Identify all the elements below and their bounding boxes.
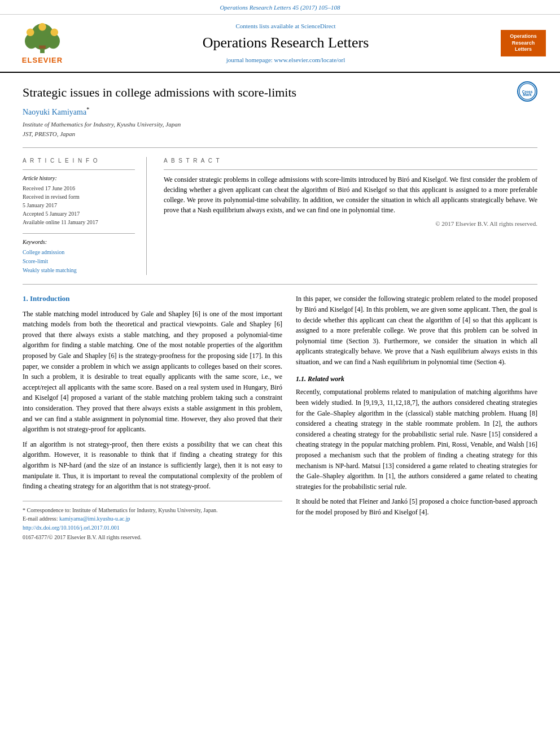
sciencedirect-link-text[interactable]: ScienceDirect xyxy=(301,23,336,29)
author-name: Naoyuki Kamiyama* xyxy=(23,106,537,117)
right-para-3: It should be noted that Fleiner and Jank… xyxy=(296,496,537,517)
accepted-date: Accepted 5 January 2017 xyxy=(23,209,135,218)
crossmark[interactable]: Cross Mark xyxy=(517,81,537,102)
article-info: A R T I C L E I N F O Article history: R… xyxy=(23,157,147,275)
sciencedirect-link: Contents lists available at ScienceDirec… xyxy=(73,22,498,30)
received-revised-label: Received in revised form xyxy=(23,193,135,201)
journal-homepage: journal homepage: www.elsevier.com/locat… xyxy=(73,56,498,64)
keywords-title: Keywords: xyxy=(23,238,135,246)
keywords-divider xyxy=(23,233,135,234)
journal-citation-bar: Operations Research Letters 45 (2017) 10… xyxy=(0,0,560,15)
intro-para-2: If an algorithm is not strategy-proof, t… xyxy=(23,439,282,492)
journal-header: ELSEVIER Contents lists available at Sci… xyxy=(0,15,560,72)
received-date: Received 17 June 2016 xyxy=(23,184,135,193)
keyword-1: College admission xyxy=(23,248,135,257)
homepage-link[interactable]: www.elsevier.com/locate/orl xyxy=(274,56,345,63)
footnote-symbol: * xyxy=(23,507,25,513)
journal-name: Operations Research Letters xyxy=(73,33,498,53)
sciencedirect-pre: Contents lists available at xyxy=(235,23,300,29)
related-work-heading: 1.1. Related work xyxy=(296,374,537,384)
main-body: 1. Introduction The stable matching mode… xyxy=(23,294,537,541)
separator-1 xyxy=(23,147,537,148)
intro-para-1: The stable matching model introduced by … xyxy=(23,309,282,435)
abstract-block: A B S T R A C T We consider strategic pr… xyxy=(164,157,537,275)
keyword-3: Weakly stable matching xyxy=(23,266,135,275)
footnote-text: Correspondence to: Institute of Mathemat… xyxy=(27,507,218,513)
info-abstract-block: A R T I C L E I N F O Article history: R… xyxy=(23,157,537,275)
abstract-label: A B S T R A C T xyxy=(164,157,537,165)
elsevier-brand-label: ELSEVIER xyxy=(22,55,63,65)
logo-line2: Research xyxy=(512,40,535,46)
right-para-2: Recently, computational problems related… xyxy=(296,387,537,492)
article-history: Article history: Received 17 June 2016 R… xyxy=(23,174,135,226)
svg-point-4 xyxy=(27,29,34,37)
homepage-pre: journal homepage: xyxy=(226,56,274,63)
journal-logo-right: Operations Research Letters xyxy=(498,30,549,56)
journal-title-block: Contents lists available at ScienceDirec… xyxy=(73,22,498,64)
article-info-label: A R T I C L E I N F O xyxy=(23,157,135,165)
copyright: © 2017 Elsevier B.V. All rights reserved… xyxy=(164,220,537,228)
elsevier-tree-icon xyxy=(20,20,65,54)
author-name-text: Naoyuki Kamiyama xyxy=(23,108,86,116)
crossmark-icon: Cross Mark xyxy=(517,81,537,102)
elsevier-logo: ELSEVIER xyxy=(11,20,73,65)
logo-line3: Letters xyxy=(515,46,532,52)
journal-logo-box: Operations Research Letters xyxy=(501,30,546,56)
doi-link[interactable]: http://dx.doi.org/10.1016/j.orl.2017.01.… xyxy=(23,524,282,532)
separator-2 xyxy=(23,284,537,285)
affiliation-1: Institute of Mathematics for Industry, K… xyxy=(23,120,537,129)
email-line: E-mail address: kamiyama@imi.kyushu-u.ac… xyxy=(23,514,282,523)
keywords-section: Keywords: College admission Score-limit … xyxy=(23,238,135,275)
journal-citation: Operations Research Letters 45 (2017) 10… xyxy=(220,4,340,11)
abstract-divider xyxy=(164,169,537,170)
svg-point-6 xyxy=(38,23,46,31)
article-title-block: Cross Mark Strategic issues in college a… xyxy=(23,84,537,102)
svg-text:Mark: Mark xyxy=(523,93,532,97)
crossmark-svg: Cross Mark xyxy=(518,82,536,101)
email-label: E-mail address: xyxy=(23,516,59,522)
main-content: Cross Mark Strategic issues in college a… xyxy=(0,73,560,553)
intro-heading: 1. Introduction xyxy=(23,294,282,304)
svg-rect-7 xyxy=(39,46,46,49)
article-footer: * Correspondence to: Institute of Mathem… xyxy=(23,501,282,541)
right-column: In this paper, we consider the following… xyxy=(296,294,537,541)
received-revised-date: 5 January 2017 xyxy=(23,201,135,209)
right-para-1: In this paper, we consider the following… xyxy=(296,294,537,367)
footer-copyright: 0167-6377/© 2017 Elsevier B.V. All right… xyxy=(23,534,282,541)
keyword-2: Score-limit xyxy=(23,257,135,266)
info-divider xyxy=(23,169,135,170)
article-title: Strategic issues in college admissions w… xyxy=(23,84,537,102)
abstract-text: We consider strategic problems in colleg… xyxy=(164,174,537,215)
logo-line1: Operations xyxy=(510,33,537,39)
affiliation-2: JST, PRESTO, Japan xyxy=(23,130,537,138)
history-title: Article history: xyxy=(23,174,135,182)
footnote: * Correspondence to: Institute of Mathem… xyxy=(23,506,282,514)
author-sup: * xyxy=(86,106,89,112)
left-column: 1. Introduction The stable matching mode… xyxy=(23,294,282,541)
available-date: Available online 11 January 2017 xyxy=(23,218,135,226)
email-link[interactable]: kamiyama@imi.kyushu-u.ac.jp xyxy=(59,516,130,522)
svg-point-5 xyxy=(51,29,59,37)
